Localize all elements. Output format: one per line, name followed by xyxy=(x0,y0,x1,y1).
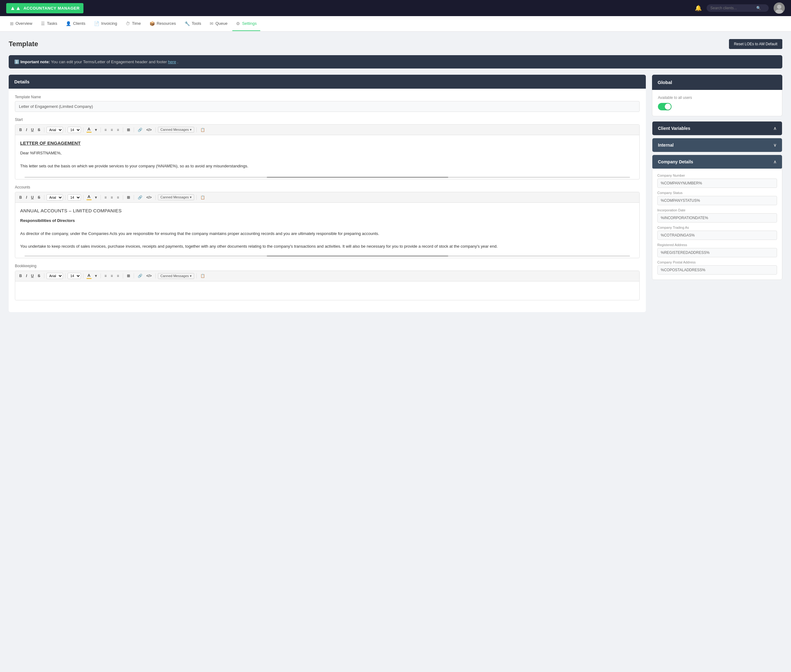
start-bold-button[interactable]: B xyxy=(18,127,24,133)
start-line1: Dear %FIRSTNAME%, xyxy=(20,150,634,157)
start-file-button[interactable]: 📋 xyxy=(199,127,207,133)
accounts-underline-button[interactable]: U xyxy=(29,194,35,200)
start-color-button[interactable]: A xyxy=(86,126,92,133)
user-avatar[interactable] xyxy=(773,3,785,14)
accounts-file-button[interactable]: 📋 xyxy=(199,194,207,200)
accounts-italic-button[interactable]: I xyxy=(24,194,29,200)
bookkeeping-strike-button[interactable]: S xyxy=(36,273,42,279)
invoicing-icon: 📄 xyxy=(94,21,99,26)
acc-sep5 xyxy=(123,195,123,200)
client-variables-chevron: ∧ xyxy=(773,126,777,131)
nav-settings[interactable]: ⚙ Settings xyxy=(232,17,260,31)
client-variables-header[interactable]: Client Variables ∧ xyxy=(652,122,782,135)
bookkeeping-table-button[interactable]: ⊞ xyxy=(125,273,132,279)
start-editor-label: Start xyxy=(15,117,640,122)
bookkeeping-code-button[interactable]: </> xyxy=(145,273,153,279)
bookkeeping-editor-content[interactable] xyxy=(15,282,639,300)
company-details-body: Company Number Company Status Incorporat… xyxy=(652,169,782,280)
start-table-button[interactable]: ⊞ xyxy=(125,127,132,133)
start-code-button[interactable]: </> xyxy=(145,127,153,133)
start-italic-button[interactable]: I xyxy=(24,127,29,133)
start-ordered-button[interactable]: ≡ xyxy=(109,127,114,133)
bookkeeping-align-button[interactable]: ≡ xyxy=(116,273,121,279)
search-input[interactable] xyxy=(710,6,754,10)
bookkeeping-underline-button[interactable]: U xyxy=(29,273,35,279)
notice-link[interactable]: here xyxy=(168,59,176,64)
start-align-button[interactable]: ≡ xyxy=(116,127,121,133)
company-details-header[interactable]: Company Details ∧ xyxy=(652,155,782,169)
accounts-font-select[interactable]: Arial xyxy=(47,194,63,200)
bookkeeping-ordered-button[interactable]: ≡ xyxy=(109,273,114,279)
accounts-strike-button[interactable]: S xyxy=(36,194,42,200)
bookkeeping-canned-button[interactable]: Canned Messages ▾ xyxy=(158,273,194,279)
incorporation-date-input[interactable] xyxy=(657,213,777,222)
start-underline-button[interactable]: U xyxy=(29,127,35,133)
company-status-input[interactable] xyxy=(657,196,777,205)
accounts-bullet-button[interactable]: ≡ xyxy=(103,194,108,200)
bookkeeping-color-button[interactable]: A xyxy=(86,272,92,280)
nav-resources[interactable]: 📦 Resources xyxy=(146,17,180,31)
nav-invoicing[interactable]: 📄 Invoicing xyxy=(90,17,121,31)
bookkeeping-editor-label: Bookkeeping xyxy=(15,264,640,268)
company-number-input[interactable] xyxy=(657,179,777,188)
bookkeeping-file-button[interactable]: 📋 xyxy=(199,273,207,279)
start-editor-content[interactable]: LETTER OF ENGAGEMENT Dear %FIRSTNAME%, T… xyxy=(15,135,639,176)
internal-panel: Internal ∨ xyxy=(652,138,782,152)
accounts-canned-button[interactable]: Canned Messages ▾ xyxy=(158,194,194,200)
accounts-editor-scrollbar xyxy=(24,255,630,257)
bookkeeping-size-select[interactable]: 14 xyxy=(67,273,81,279)
sep3 xyxy=(83,127,83,132)
bookkeeping-italic-button[interactable]: I xyxy=(24,273,29,279)
nav-tools[interactable]: 🔧 Tools xyxy=(181,17,205,31)
accounts-para2: You undertake to keep records of sales i… xyxy=(20,243,634,250)
notice-suffix: . xyxy=(177,59,178,64)
start-color-dropdown[interactable]: ▾ xyxy=(93,127,98,133)
company-trading-as-input[interactable] xyxy=(657,230,777,240)
nav-time[interactable]: ⏱ Time xyxy=(122,17,144,31)
available-toggle[interactable] xyxy=(658,103,672,110)
details-panel-body: Template Name Start B I U S xyxy=(9,89,646,312)
bookkeeping-bullet-button[interactable]: ≡ xyxy=(103,273,108,279)
reset-button[interactable]: Reset LOEs to AM Default xyxy=(729,39,782,49)
bookkeeping-font-select[interactable]: Arial xyxy=(47,273,63,279)
logo-text: ACCOUNTANCY MANAGER xyxy=(24,6,80,11)
accounts-ordered-button[interactable]: ≡ xyxy=(109,194,114,200)
start-line2: This letter sets out the basis on which … xyxy=(20,163,634,170)
bookkeeping-editor-toolbar: B I U S Arial 14 xyxy=(15,271,639,282)
bookkeeping-bold-button[interactable]: B xyxy=(18,273,24,279)
accounts-align-button[interactable]: ≡ xyxy=(116,194,121,200)
logo[interactable]: ▲▲ ACCOUNTANCY MANAGER xyxy=(6,3,83,13)
accounts-size-select[interactable]: 14 xyxy=(67,194,81,200)
nav-overview[interactable]: ⊞ Overview xyxy=(6,17,36,31)
accounts-editor-content[interactable]: ANNUAL ACCOUNTS – LIMITED COMPANIES Resp… xyxy=(15,203,639,254)
accounts-bold-button[interactable]: B xyxy=(18,194,24,200)
nav-clients[interactable]: 👤 Clients xyxy=(62,17,89,31)
internal-header[interactable]: Internal ∨ xyxy=(652,138,782,152)
company-postal-address-input[interactable] xyxy=(657,265,777,275)
registered-address-input[interactable] xyxy=(657,248,777,257)
start-strike-button[interactable]: S xyxy=(36,127,42,133)
template-name-group: Template Name xyxy=(15,95,640,112)
accounts-table-button[interactable]: ⊞ xyxy=(125,194,132,200)
nav-invoicing-label: Invoicing xyxy=(101,21,117,26)
nav-queue[interactable]: ✉ Queue xyxy=(206,17,231,31)
accounts-color-dropdown[interactable]: ▾ xyxy=(93,194,98,200)
accounts-code-button[interactable]: </> xyxy=(145,194,153,200)
bookkeeping-editor-box: B I U S Arial 14 xyxy=(15,270,640,300)
accounts-link-button[interactable]: 🔗 xyxy=(136,194,144,200)
start-bullet-button[interactable]: ≡ xyxy=(103,127,108,133)
start-link-button[interactable]: 🔗 xyxy=(136,127,144,133)
notifications-bell[interactable]: 🔔 xyxy=(695,5,702,11)
start-size-select[interactable]: 14 xyxy=(67,127,81,133)
queue-icon: ✉ xyxy=(210,21,213,26)
bookkeeping-color-dropdown[interactable]: ▾ xyxy=(93,273,98,279)
bookkeeping-link-button[interactable]: 🔗 xyxy=(136,273,144,279)
start-canned-button[interactable]: Canned Messages ▾ xyxy=(158,127,194,133)
tasks-icon: ☰ xyxy=(41,21,45,26)
start-font-select[interactable]: Arial xyxy=(47,127,63,133)
start-editor-scrollbar xyxy=(24,177,630,178)
template-name-input[interactable] xyxy=(15,101,640,112)
nav-tasks[interactable]: ☰ Tasks xyxy=(37,17,61,31)
accounts-color-button[interactable]: A xyxy=(86,194,92,201)
accounts-para1: As director of the company, under the Co… xyxy=(20,230,634,237)
